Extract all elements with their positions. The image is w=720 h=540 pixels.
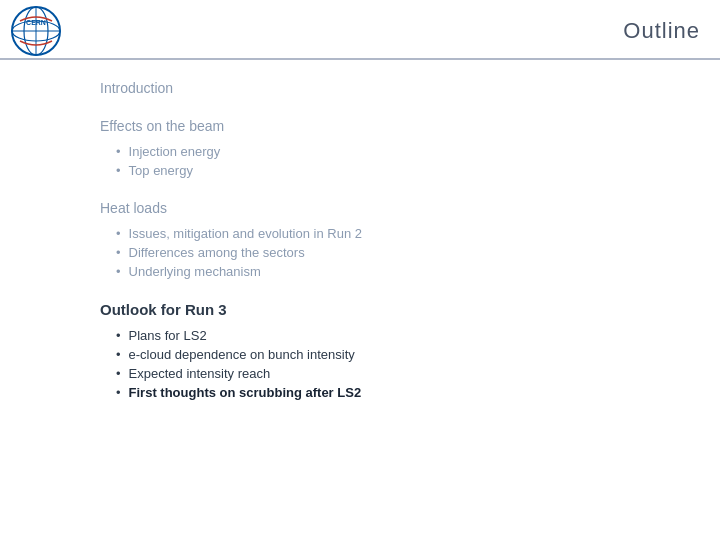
- svg-text:CERN: CERN: [26, 19, 46, 26]
- heat-loads-section: Heat loads • Issues, mitigation and evol…: [100, 200, 660, 279]
- item-text: Underlying mechanism: [129, 264, 261, 279]
- bullet-icon: •: [116, 366, 121, 381]
- logo-area: CERN: [10, 5, 62, 57]
- bullet-icon: •: [116, 226, 121, 241]
- outlook-section: Outlook for Run 3 • Plans for LS2 • e-cl…: [100, 301, 660, 400]
- item-text-bold: First thoughts on scrubbing after LS2: [129, 385, 362, 400]
- cern-logo: CERN: [10, 5, 62, 57]
- item-text: Expected intensity reach: [129, 366, 271, 381]
- heat-loads-label: Heat loads: [100, 200, 660, 216]
- list-item: • Top energy: [116, 163, 660, 178]
- list-item: • Injection energy: [116, 144, 660, 159]
- introduction-label: Introduction: [100, 80, 660, 96]
- outlook-list: • Plans for LS2 • e-cloud dependence on …: [100, 328, 660, 400]
- item-text: Top energy: [129, 163, 193, 178]
- list-item: • e-cloud dependence on bunch intensity: [116, 347, 660, 362]
- list-item-highlight: • First thoughts on scrubbing after LS2: [116, 385, 660, 400]
- item-text: Plans for LS2: [129, 328, 207, 343]
- heat-loads-list: • Issues, mitigation and evolution in Ru…: [100, 226, 660, 279]
- effects-list: • Injection energy • Top energy: [100, 144, 660, 178]
- outlook-label: Outlook for Run 3: [100, 301, 660, 318]
- effects-label: Effects on the beam: [100, 118, 660, 134]
- introduction-section: Introduction: [100, 80, 660, 96]
- bullet-icon: •: [116, 264, 121, 279]
- bullet-icon: •: [116, 385, 121, 400]
- top-bar: CERN Outline: [0, 0, 720, 60]
- content-area: Introduction Effects on the beam • Injec…: [0, 60, 720, 442]
- list-item: • Issues, mitigation and evolution in Ru…: [116, 226, 660, 241]
- bullet-icon: •: [116, 328, 121, 343]
- bullet-icon: •: [116, 163, 121, 178]
- list-item: • Underlying mechanism: [116, 264, 660, 279]
- item-text: Injection energy: [129, 144, 221, 159]
- list-item: • Plans for LS2: [116, 328, 660, 343]
- bullet-icon: •: [116, 144, 121, 159]
- list-item: • Differences among the sectors: [116, 245, 660, 260]
- list-item: • Expected intensity reach: [116, 366, 660, 381]
- effects-section: Effects on the beam • Injection energy •…: [100, 118, 660, 178]
- bullet-icon: •: [116, 347, 121, 362]
- bullet-icon: •: [116, 245, 121, 260]
- page-title: Outline: [623, 18, 700, 44]
- item-text: Differences among the sectors: [129, 245, 305, 260]
- item-text: Issues, mitigation and evolution in Run …: [129, 226, 362, 241]
- item-text: e-cloud dependence on bunch intensity: [129, 347, 355, 362]
